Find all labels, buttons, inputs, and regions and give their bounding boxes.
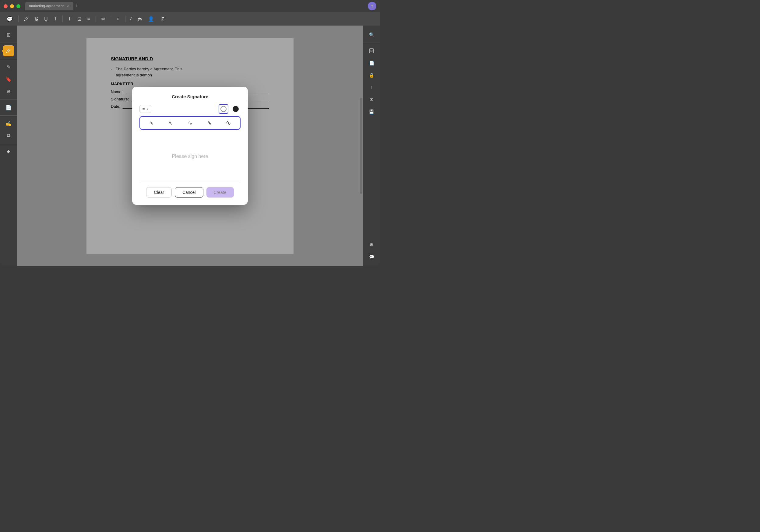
toolbar: 💬 🖊 S̶ U̲ T T ⊡ ≡ ✏ ○ ∕ ◓ 👤 🖹 xyxy=(0,12,380,25)
sidebar-icon-layers2[interactable]: ⧉ xyxy=(3,130,14,141)
create-signature-modal: Create Signature ✒ ▾ xyxy=(132,87,248,205)
line-style-1[interactable]: ∿ xyxy=(142,119,161,127)
strikethrough-icon[interactable]: S̶ xyxy=(33,15,40,23)
tabs-area: marketing-agreement ✕ + xyxy=(25,2,78,10)
right-icon-mail[interactable]: ✉ xyxy=(366,94,377,105)
sidebar-active-dot xyxy=(2,50,4,52)
app-window: marketing-agreement ✕ + T 💬 🖊 S̶ U̲ T T … xyxy=(0,0,380,266)
right-separator-1 xyxy=(363,43,380,43)
tab-close-icon[interactable]: ✕ xyxy=(66,4,70,8)
text-box-icon[interactable]: ⊡ xyxy=(75,15,83,23)
line-style-4[interactable]: ∿ xyxy=(200,119,218,127)
modal-top-row: ✒ ▾ xyxy=(139,104,241,114)
highlight-icon[interactable]: 🖊 xyxy=(22,15,31,23)
line-icon[interactable]: ∕ xyxy=(129,15,134,23)
sidebar-icon-bookmarks[interactable]: ⯁ xyxy=(3,146,14,157)
sidebar-icon-search[interactable]: ✎ xyxy=(3,62,14,72)
close-button[interactable] xyxy=(4,4,8,8)
line-style-2[interactable]: ∿ xyxy=(162,119,180,127)
right-icon-secure[interactable]: 🔒 xyxy=(366,70,377,81)
left-sidebar: ⊞ 🖊 ✎ 🔖 ⊕ 📄 ✍ ⧉ ⯁ xyxy=(0,25,17,266)
line-style-3[interactable]: ∿ xyxy=(181,119,199,127)
tab-document[interactable]: marketing-agreement ✕ xyxy=(25,2,73,10)
main-area: ⊞ 🖊 ✎ 🔖 ⊕ 📄 ✍ ⧉ ⯁ SIGNATURE AND D xyxy=(0,25,380,266)
signature-icon[interactable]: 👤 xyxy=(146,15,156,23)
toolbar-divider-1 xyxy=(18,16,19,22)
line-style-5[interactable]: ∿ xyxy=(219,119,238,127)
right-sidebar: 🔍 OCR 📄 🔒 ↑ ✉ 💾 ❋ 💬 xyxy=(363,25,380,266)
modal-buttons: Clear Cancel Create xyxy=(139,187,241,198)
pen-selector-arrow: ▾ xyxy=(147,108,149,111)
color-fill-icon[interactable]: ◓ xyxy=(136,15,144,23)
maximize-button[interactable] xyxy=(17,4,21,8)
line-styles-row: ∿ ∿ ∿ ∿ ∿ xyxy=(139,116,241,130)
stamp-icon[interactable]: 🖹 xyxy=(158,15,167,23)
sign-placeholder: Please sign here xyxy=(172,154,208,159)
clear-button[interactable]: Clear xyxy=(146,187,171,198)
right-icon-search[interactable]: 🔍 xyxy=(366,29,377,40)
sidebar-icon-layers[interactable]: ⊕ xyxy=(3,86,14,97)
right-icon-chat[interactable]: 💬 xyxy=(366,251,377,262)
sidebar-separator-3 xyxy=(0,99,17,100)
svg-text:OCR: OCR xyxy=(370,50,374,53)
sidebar-separator-5 xyxy=(0,144,17,144)
document-area: SIGNATURE AND D - The Parties hereby a A… xyxy=(17,25,363,266)
cancel-button[interactable]: Cancel xyxy=(175,187,203,198)
sidebar-separator-1 xyxy=(0,43,17,43)
sidebar-icon-thumbnails[interactable]: ⊞ xyxy=(3,29,14,40)
toolbar-divider-5 xyxy=(125,16,125,22)
pen-icon[interactable]: ✏ xyxy=(100,15,107,23)
text-insert-icon[interactable]: T xyxy=(52,15,59,23)
transparent-dot xyxy=(220,106,226,112)
right-icon-export[interactable]: ↑ xyxy=(366,82,377,93)
titlebar: marketing-agreement ✕ + T xyxy=(0,0,380,12)
align-icon[interactable]: ≡ xyxy=(85,15,92,23)
sidebar-icon-bookmark[interactable]: 🔖 xyxy=(3,74,14,85)
right-icon-save[interactable]: 💾 xyxy=(366,106,377,117)
black-dot xyxy=(233,106,239,112)
traffic-lights xyxy=(4,4,21,8)
sidebar-icon-annotation[interactable]: 🖊 xyxy=(3,45,14,56)
pen-selector[interactable]: ✒ ▾ xyxy=(139,105,151,113)
shape-icon[interactable]: ○ xyxy=(115,15,121,23)
create-button[interactable]: Create xyxy=(207,187,234,198)
toolbar-divider-4 xyxy=(111,16,111,22)
tab-label: marketing-agreement xyxy=(29,4,64,8)
annotation-icon: 🖊 xyxy=(6,48,11,54)
text-size-icon[interactable]: T xyxy=(67,15,73,23)
color-options xyxy=(218,104,241,114)
modal-divider xyxy=(139,182,241,182)
sidebar-icon-pages[interactable]: 📄 xyxy=(3,102,14,113)
pen-selector-icon: ✒ xyxy=(142,107,146,111)
sign-area[interactable]: Please sign here xyxy=(139,132,241,181)
toolbar-divider-3 xyxy=(96,16,96,22)
right-icon-integrations[interactable]: ❋ xyxy=(366,239,377,250)
modal-title: Create Signature xyxy=(139,94,241,99)
comment-icon[interactable]: 💬 xyxy=(5,15,15,23)
new-tab-button[interactable]: + xyxy=(75,3,78,9)
sidebar-icon-signatures[interactable]: ✍ xyxy=(3,118,14,129)
underline-icon[interactable]: U̲ xyxy=(42,15,50,23)
color-option-black[interactable] xyxy=(231,104,241,114)
color-option-transparent[interactable] xyxy=(218,104,228,114)
modal-overlay: Create Signature ✒ ▾ xyxy=(17,25,363,266)
minimize-button[interactable] xyxy=(10,4,14,8)
sidebar-separator-4 xyxy=(0,115,17,116)
user-avatar[interactable]: T xyxy=(368,2,376,10)
right-icon-convert[interactable]: 📄 xyxy=(366,58,377,68)
right-icon-ocr[interactable]: OCR xyxy=(366,45,377,56)
